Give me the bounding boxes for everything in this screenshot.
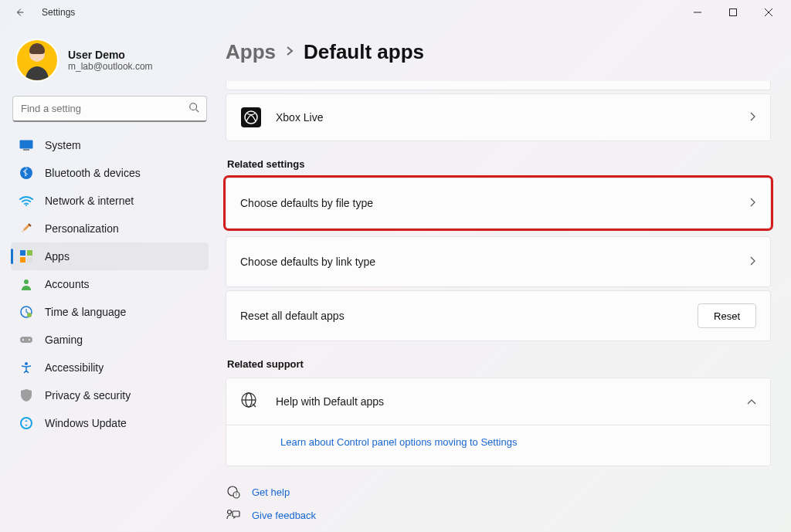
back-button[interactable]: [11, 4, 28, 21]
close-icon: [765, 8, 772, 16]
globe-clock-icon: [19, 304, 34, 320]
svg-rect-13: [20, 257, 25, 263]
nav-label: Personalization: [45, 222, 119, 235]
user-email: m_lab@outlook.com: [68, 61, 153, 72]
svg-point-31: [228, 510, 232, 514]
svg-point-15: [24, 280, 29, 284]
svg-point-5: [190, 103, 197, 110]
svg-text:?: ?: [236, 493, 238, 497]
nav-label: Gaming: [45, 334, 83, 346]
accessibility-icon: [19, 360, 34, 375]
gamepad-icon: [19, 332, 34, 347]
nav-accessibility[interactable]: Accessibility: [11, 354, 209, 381]
svg-point-20: [29, 339, 30, 341]
nav-system[interactable]: System: [11, 131, 209, 159]
nav-label: Network & internet: [45, 195, 134, 207]
nav-label: Accessibility: [45, 361, 104, 374]
user-name: User Demo: [68, 49, 153, 61]
nav-bluetooth[interactable]: Bluetooth & devices: [11, 159, 209, 187]
feedback-icon: [226, 509, 241, 521]
row-label: Choose defaults by file type: [240, 197, 750, 209]
sidebar: User Demo m_lab@outlook.com System Bluet…: [0, 25, 216, 532]
svg-point-22: [21, 418, 32, 429]
nav-gaming[interactable]: Gaming: [11, 326, 209, 354]
svg-rect-8: [23, 149, 29, 151]
search-input[interactable]: [12, 96, 207, 122]
get-help-link[interactable]: ? Get help: [226, 480, 771, 503]
section-related-settings: Related settings: [227, 158, 771, 170]
nav-apps[interactable]: Apps: [11, 242, 209, 270]
help-link[interactable]: Learn about Control panel options moving…: [280, 436, 517, 448]
svg-point-21: [25, 362, 28, 365]
globe-icon: [240, 391, 262, 412]
breadcrumb: Apps Default apps: [226, 40, 771, 64]
breadcrumb-parent[interactable]: Apps: [226, 40, 276, 64]
search-icon: [188, 102, 199, 116]
give-feedback-link[interactable]: Give feedback: [226, 503, 771, 527]
help-title: Help with Default apps: [276, 395, 747, 408]
svg-line-6: [196, 110, 199, 113]
nav-network[interactable]: Network & internet: [11, 187, 209, 215]
close-button[interactable]: [751, 0, 786, 25]
link-text: Get help: [252, 486, 290, 498]
minimize-icon: [694, 8, 701, 16]
arrow-left-icon: [14, 7, 25, 18]
choose-defaults-file-type[interactable]: Choose defaults by file type: [226, 178, 771, 229]
section-related-support: Related support: [227, 358, 771, 370]
chevron-right-icon: [285, 45, 294, 60]
svg-rect-18: [20, 337, 32, 343]
svg-point-17: [27, 313, 32, 317]
nav-label: Apps: [45, 250, 70, 263]
maximize-icon: [729, 8, 737, 16]
nav-label: Privacy & security: [45, 389, 131, 402]
nav-personalization[interactable]: Personalization: [11, 215, 209, 242]
nav-time-language[interactable]: Time & language: [11, 298, 209, 326]
app-label: Xbox Live: [276, 111, 750, 124]
row-label: Choose defaults by link type: [240, 256, 750, 268]
minimize-button[interactable]: [680, 0, 715, 25]
reset-label: Reset all default apps: [240, 310, 698, 322]
svg-rect-7: [20, 141, 33, 149]
nav-label: System: [45, 139, 81, 151]
svg-rect-11: [20, 250, 25, 256]
update-icon: [19, 415, 34, 431]
system-icon: [19, 137, 34, 153]
apps-icon: [19, 249, 34, 264]
nav-accounts[interactable]: Accounts: [11, 270, 209, 298]
reset-button[interactable]: Reset: [698, 303, 756, 328]
nav-privacy[interactable]: Privacy & security: [11, 381, 209, 409]
user-profile[interactable]: User Demo m_lab@outlook.com: [11, 32, 209, 93]
nav-label: Bluetooth & devices: [45, 167, 141, 179]
breadcrumb-current: Default apps: [304, 40, 424, 64]
brush-icon: [19, 221, 34, 236]
footer-links: ? Get help Give feedback: [226, 480, 771, 527]
main-content: Apps Default apps Xbox Live Related sett…: [216, 25, 791, 532]
shield-icon: [19, 388, 34, 403]
svg-rect-12: [27, 250, 32, 256]
chevron-right-icon: [750, 110, 756, 124]
window-controls: [680, 0, 786, 25]
svg-rect-32: [233, 511, 239, 517]
person-icon: [19, 276, 34, 292]
reset-defaults-row: Reset all default apps Reset: [226, 290, 771, 341]
help-header[interactable]: Help with Default apps: [226, 378, 770, 425]
chevron-right-icon: [750, 196, 756, 210]
svg-point-9: [20, 167, 32, 179]
help-chat-icon: ?: [226, 485, 241, 499]
svg-point-19: [22, 339, 24, 341]
title-bar: Settings: [0, 0, 791, 25]
choose-defaults-link-type[interactable]: Choose defaults by link type: [226, 236, 771, 287]
nav-windows-update[interactable]: Windows Update: [11, 409, 209, 437]
list-stub-bottom: [226, 81, 771, 90]
svg-rect-14: [27, 257, 32, 263]
avatar: [15, 39, 59, 82]
maximize-button[interactable]: [715, 0, 751, 25]
wifi-icon: [19, 193, 34, 208]
search-box: [12, 96, 207, 122]
app-row-xbox-live[interactable]: Xbox Live: [226, 93, 771, 141]
chevron-right-icon: [750, 255, 756, 269]
chevron-up-icon: [747, 395, 756, 408]
link-text: Give feedback: [252, 510, 316, 521]
nav-label: Windows Update: [45, 417, 127, 429]
svg-rect-23: [241, 107, 261, 127]
